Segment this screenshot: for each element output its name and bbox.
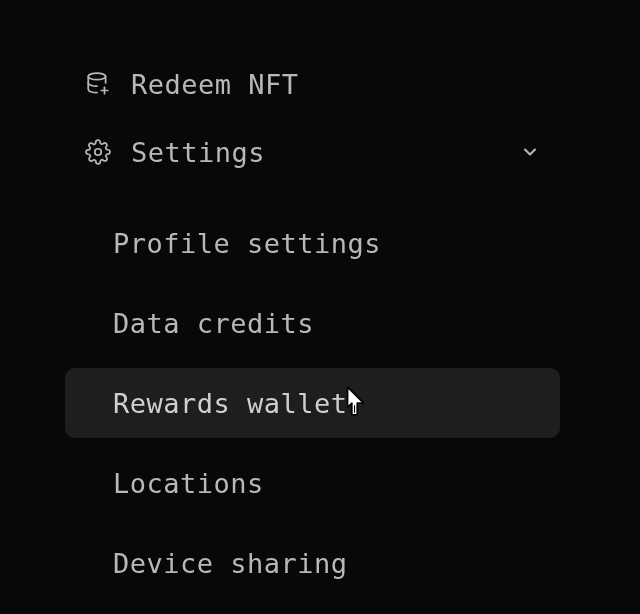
nav-item-label: Settings: [131, 137, 265, 168]
submenu-item-label: Device sharing: [113, 548, 348, 579]
chevron-down-icon: [520, 142, 540, 162]
nav-item-redeem-nft[interactable]: Redeem NFT: [65, 50, 560, 118]
submenu-item-label: Locations: [113, 468, 264, 499]
submenu-item-data-credits[interactable]: Data credits: [65, 288, 560, 358]
submenu-item-profile-settings[interactable]: Profile settings: [65, 208, 560, 278]
submenu-item-label: Rewards wallet: [113, 388, 348, 419]
gear-icon: [85, 139, 111, 165]
submenu-item-rewards-wallet[interactable]: Rewards wallet: [65, 368, 560, 438]
database-plus-icon: [85, 71, 111, 97]
sidebar-menu: Redeem NFT Settings Profile settings Dat…: [65, 0, 560, 608]
nav-item-label: Redeem NFT: [131, 69, 299, 100]
svg-point-1: [95, 149, 102, 156]
submenu-item-label: Data credits: [113, 308, 314, 339]
submenu-item-locations[interactable]: Locations: [65, 448, 560, 518]
submenu-item-label: Profile settings: [113, 228, 381, 259]
nav-item-settings[interactable]: Settings: [65, 118, 560, 186]
settings-submenu: Profile settings Data credits Rewards wa…: [65, 186, 560, 598]
svg-point-0: [88, 73, 105, 80]
submenu-item-device-sharing[interactable]: Device sharing: [65, 528, 560, 598]
